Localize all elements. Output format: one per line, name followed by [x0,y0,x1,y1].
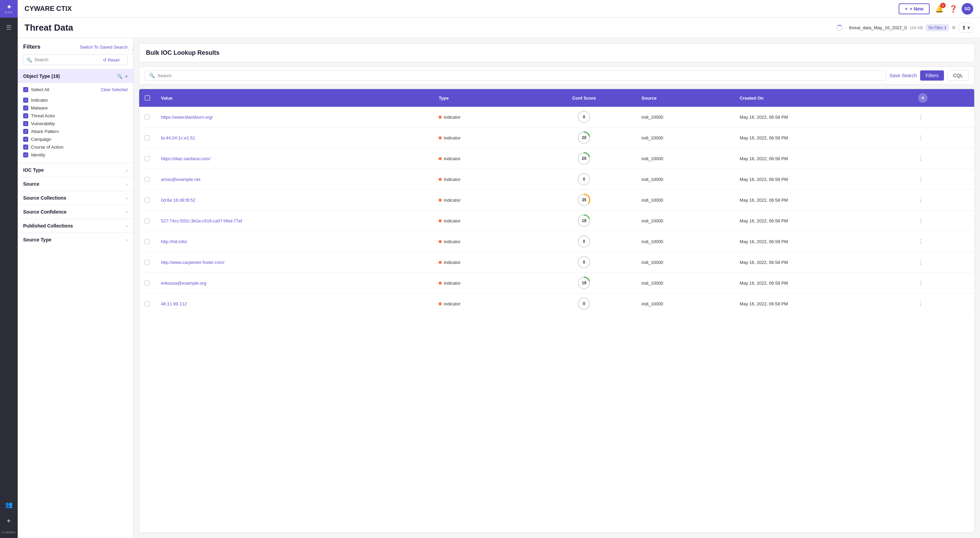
more-options-button[interactable]: ⋮ [918,176,924,182]
checkbox-item: ✓ Vulnerability [23,120,127,127]
filter-search-container: 🔍 ↺ Reset [23,54,127,65]
row-checkbox[interactable] [145,177,150,182]
row-created: May 16, 2022, 06:58 PM [734,169,913,190]
header-checkbox[interactable] [145,95,150,101]
table-row: eriksosa@example.org indicator 19 indi_1… [139,273,974,294]
th-add-column: + [913,89,974,107]
check-icon: ✓ [24,88,27,92]
row-conf: 0 [532,169,636,190]
type-dot [439,302,442,305]
filter-section-header[interactable]: Published Collections › [18,219,133,233]
row-checkbox[interactable] [145,114,150,120]
th-source: Source [636,89,734,107]
select-all-label[interactable]: Select All [31,87,49,92]
more-options-button[interactable]: ⋮ [918,301,924,307]
checkbox[interactable]: ✓ [23,144,28,150]
sidebar-logo[interactable]: ✦ CTIX [0,0,18,18]
row-checkbox[interactable] [145,135,150,140]
share-button[interactable]: ⬆ ▾ [959,23,973,33]
row-checkbox[interactable] [145,281,150,286]
row-checkbox[interactable] [145,239,150,244]
conf-cell: 0 [537,110,630,124]
checkbox[interactable]: ✓ [23,129,28,134]
table-row: 48.11.89.112 indicator 0 indi_10000 May … [139,294,974,314]
close-button[interactable]: ✕ [951,24,956,31]
filter-section-header[interactable]: Source Type › [18,233,133,246]
row-created: May 16, 2022, 06:58 PM [734,294,913,314]
more-options-button[interactable]: ⋮ [918,280,924,286]
search-filter-icon[interactable]: 🔍 [117,74,123,79]
row-checkbox[interactable] [145,260,150,265]
row-source: indi_10000 [636,231,734,252]
checkbox[interactable]: ✓ [23,121,28,126]
checkbox[interactable]: ✓ [23,137,28,142]
avatar[interactable]: SD [962,3,973,14]
chevron-right-icon: › [126,182,127,187]
more-options-button[interactable]: ⋮ [918,156,924,162]
more-options-button[interactable]: ⋮ [918,259,924,265]
separator: | [845,25,846,30]
checkbox[interactable]: ✓ [23,98,28,103]
app-icon[interactable]: ✦ [3,514,14,527]
select-all-checkbox[interactable]: ✓ [23,87,28,92]
cql-button[interactable]: CQL [947,70,969,81]
checkbox-label[interactable]: Course of Action [31,144,63,150]
type-dot [439,261,442,264]
row-source: indi_10000 [636,190,734,211]
checkbox[interactable]: ✓ [23,113,28,118]
row-source: indi_10000 [636,107,734,127]
checkbox[interactable]: ✓ [23,152,28,157]
switch-saved-search[interactable]: Switch To Saved Search [80,44,127,50]
filters-button[interactable]: Filters [920,70,944,81]
type-label: indicator [444,156,460,161]
filter-section-header[interactable]: IOC Type › [18,163,133,177]
more-options-button[interactable]: ⋮ [918,114,924,120]
type-dot [439,282,442,285]
row-checkbox[interactable] [145,198,150,203]
conf-circle: 35 [577,193,591,207]
more-options-button[interactable]: ⋮ [918,218,924,224]
notification-bell[interactable]: 🔔 5 [934,3,945,14]
checkbox[interactable]: ✓ [23,105,28,111]
checkbox-label[interactable]: Campaign [31,137,51,142]
conf-circle: 18 [577,214,591,227]
help-icon[interactable]: ❓ [949,5,958,13]
results-toolbar: 🔍 Save Search Filters CQL [139,66,975,85]
row-checkbox[interactable] [145,156,150,161]
checkbox-label[interactable]: Threat Actor [31,113,55,118]
checkbox-label[interactable]: Malware [31,105,48,111]
chevron-down-icon[interactable]: ▾ [125,74,127,79]
checkbox-label[interactable]: Vulnerability [31,121,55,126]
timer-badge: 5h:59m ℹ [926,24,948,31]
conf-value: 0 [583,177,585,182]
filter-section-header[interactable]: Source Collections › [18,191,133,205]
filter-section-header[interactable]: Source › [18,177,133,191]
row-checkbox[interactable] [145,218,150,224]
checkbox-label[interactable]: Identity [31,152,45,157]
clear-selected-button[interactable]: Clear Selected [101,87,127,92]
more-options-button[interactable]: ⋮ [918,197,924,203]
th-type: Type [433,89,532,107]
hamburger-menu-icon[interactable]: ☰ [2,19,16,36]
row-value: eriksosa@example.org [156,273,433,294]
conf-cell: 35 [537,193,630,207]
content-area: Threat Data | threat_data_May_16_2022_0 … [18,18,980,538]
checkbox-label[interactable]: Indicator [31,98,48,103]
filter-section-header[interactable]: Source Confidence › [18,205,133,219]
more-options-button[interactable]: ⋮ [918,239,924,244]
more-options-button[interactable]: ⋮ [918,135,924,141]
table-body: https://www.blackburn.org/ indicator 0 i… [139,107,974,314]
add-column-button[interactable]: + [918,93,928,103]
checkbox-label[interactable]: Attack Pattern [31,129,59,134]
chevron-right-icon: › [126,168,127,173]
object-type-header[interactable]: Object Type (19) 🔍 ▾ [18,69,133,83]
results-search-input[interactable] [158,73,882,78]
row-checkbox[interactable] [145,301,150,306]
type-dot [439,178,442,181]
reset-button[interactable]: ↺ Reset [103,57,119,62]
new-button[interactable]: + + New [899,3,930,14]
row-created: May 16, 2022, 06:58 PM [734,231,913,252]
save-search-button[interactable]: Save Search [889,73,917,78]
users-icon[interactable]: 👥 [2,498,15,511]
type-dot [439,198,442,202]
